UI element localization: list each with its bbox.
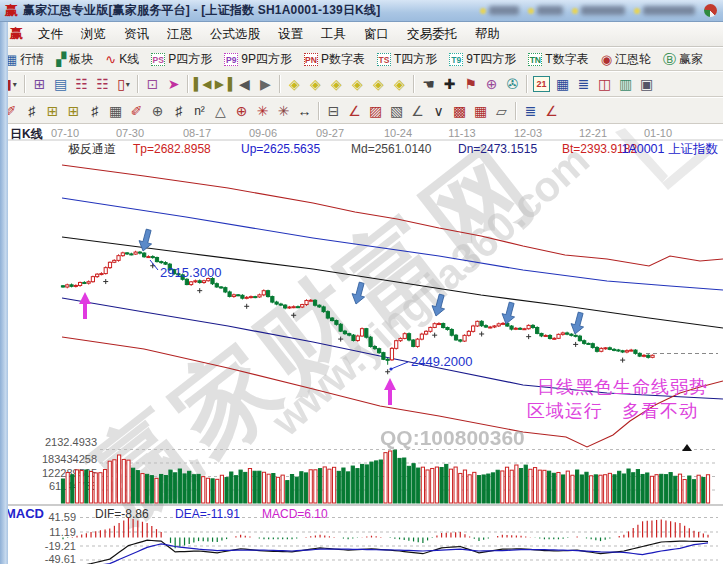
dense-grid-icon[interactable]: ▩ — [449, 101, 470, 121]
titlebar-blurred-item — [572, 6, 625, 15]
t-number-table-button-icon: TN — [528, 53, 542, 66]
menu-item-gann[interactable]: 江恩 — [158, 23, 201, 46]
toolbar-separator — [24, 75, 26, 93]
thin-candle-icon[interactable]: ▯▾ — [113, 74, 134, 94]
calendar-21-icon[interactable]: 21 — [531, 74, 552, 94]
prev-bar-icon[interactable]: ◀ — [234, 74, 255, 94]
p-square-button[interactable]: PSP四方形 — [146, 50, 217, 69]
sectors-button-icon: ▞ — [56, 53, 66, 66]
hand-tool-icon[interactable]: ☚ — [418, 74, 439, 94]
last-page-icon[interactable]: ▶▐ — [213, 74, 234, 94]
toolbar-separator — [318, 102, 320, 120]
macd-axis-label: -49.61 — [45, 553, 76, 564]
date-tick-label: 09-06 — [249, 127, 277, 139]
volume-axis-label: 183434258 — [42, 453, 97, 465]
compress-h-icon[interactable]: ◈ — [326, 74, 347, 94]
small-brush-icon[interactable]: ✐ — [126, 101, 147, 121]
angle-lines-icon[interactable]: ∠ — [407, 101, 428, 121]
first-page-icon[interactable]: ▌◀ — [192, 74, 213, 94]
box-tool-icon[interactable]: ⊟ — [323, 101, 344, 121]
dense-grid2-icon[interactable]: ▦ — [470, 101, 491, 121]
winner-seq-button[interactable]: Ⓑ赢家 — [658, 50, 708, 69]
p-number-table-button[interactable]: PNP数字表 — [299, 50, 370, 69]
title-bar: 赢 赢家江恩专业版[赢家服务平台] - [上证指数 SH1A0001-139日K… — [0, 0, 723, 22]
menu-item-news[interactable]: 资讯 — [115, 23, 158, 46]
volume-chart-icon[interactable]: ☷ — [71, 74, 92, 94]
fan-square-icon[interactable]: ▧ — [386, 101, 407, 121]
pattern-box-icon[interactable]: ⊕ — [481, 74, 502, 94]
hash-grid-icon[interactable]: ♯ — [168, 101, 189, 121]
t-square-button-icon: TS — [377, 53, 391, 66]
dynamic-chart-icon[interactable]: ⊞ — [29, 74, 50, 94]
macd-label: DEA=-11.91 — [175, 507, 240, 521]
titlebar-blurred-item — [480, 6, 519, 15]
price-grid-icon[interactable]: ♯ — [84, 101, 105, 121]
time-grid-icon[interactable]: ▦ — [105, 101, 126, 121]
notes-icon[interactable]: ≣ — [573, 74, 594, 94]
nine-t-square-button-icon: T9 — [449, 53, 463, 66]
macd-label: DIF=-8.86 — [95, 507, 149, 521]
price-time-grid-icon[interactable]: ♯ — [21, 101, 42, 121]
navigation-toolbar: ▮▾⊞▤☷☷▯▾⊡➤▌◀▶▐◀▶◈◈◈◈◈◈☚✚⚑⊕✇21▦≣◫▥▣ — [0, 71, 723, 97]
zoom-in-icon[interactable]: ◈ — [305, 74, 326, 94]
p-number-table-button-icon: PN — [304, 53, 318, 66]
zoom-out-icon[interactable]: ◈ — [284, 74, 305, 94]
expand-v-icon[interactable]: ◈ — [389, 74, 410, 94]
gann-web-icon[interactable]: ✳ — [252, 101, 273, 121]
price-axis-label: 2132.4933 — [45, 436, 97, 448]
menu-item-window[interactable]: 窗口 — [355, 23, 398, 46]
indicator-chart-icon[interactable]: ☷ — [92, 74, 113, 94]
vee-lines-icon[interactable]: ∨ — [428, 101, 449, 121]
indicator-value-label: 极反通道 — [68, 142, 116, 156]
gann-web-small-icon[interactable]: ✇ — [502, 74, 523, 94]
list-view-icon[interactable]: ≣ — [520, 101, 541, 121]
save-icon[interactable]: ◫ — [594, 74, 615, 94]
pattern-select-icon[interactable]: ⊡ — [142, 74, 163, 94]
trend-arrow-icon[interactable]: ➤ — [163, 74, 184, 94]
titlebar-item-dot-icon — [480, 8, 486, 14]
mark-flag-icon[interactable]: ⚑ — [460, 74, 481, 94]
nine-t-square-button[interactable]: T99T四方形 — [444, 50, 521, 69]
kline-button[interactable]: ∿K线 — [100, 50, 144, 69]
triangle-ruler-icon[interactable]: △ — [210, 101, 231, 121]
t-square-button[interactable]: TST四方形 — [372, 50, 442, 69]
slope-line-icon[interactable]: ∠ — [541, 101, 562, 121]
span-tool-icon[interactable]: ↔ — [294, 101, 315, 121]
menu-item-trade[interactable]: 交易委托 — [398, 23, 466, 46]
window-left-frame — [0, 22, 8, 564]
sectors-button[interactable]: ▞板块 — [51, 50, 98, 69]
t-number-table-button[interactable]: TNT数字表 — [523, 50, 593, 69]
nine-p-square-button[interactable]: P99P四方形 — [219, 50, 297, 69]
expand-h-icon[interactable]: ◈ — [347, 74, 368, 94]
gann-target-icon[interactable]: ⊕ — [231, 101, 252, 121]
compress-v-icon[interactable]: ◈ — [368, 74, 389, 94]
menu-item-file[interactable]: 文件 — [29, 23, 72, 46]
menu-item-settings[interactable]: 设置 — [269, 23, 312, 46]
circle-grid-icon[interactable]: ⊕ — [147, 101, 168, 121]
gold-grid2-icon[interactable]: ⊞ — [63, 101, 84, 121]
parallel-lines-icon[interactable]: ▱ — [491, 101, 512, 121]
calculator-icon[interactable]: ▦ — [552, 74, 573, 94]
low-price-label: 2449.2000 — [411, 354, 472, 369]
menu-item-browse[interactable]: 浏览 — [72, 23, 115, 46]
indicator-value-label: Md=2561.0140 — [351, 142, 432, 156]
workstation-icon[interactable]: ▣ — [636, 74, 657, 94]
titlebar-item-dot-icon — [572, 8, 578, 14]
fan-box-icon[interactable]: ▨ — [365, 101, 386, 121]
crosshair-icon[interactable]: ✚ — [439, 74, 460, 94]
kline-chart-svg[interactable]: 赢家财富网www.yingjia360.com日K线07-1007-3008-1… — [0, 124, 723, 564]
f10-report-icon[interactable]: ▤ — [50, 74, 71, 94]
export-icon[interactable]: ▥ — [615, 74, 636, 94]
kline-chart-area[interactable]: 赢家财富网www.yingjia360.com日K线07-1007-3008-1… — [0, 124, 723, 564]
fan-lines-icon[interactable]: ∠ — [344, 101, 365, 121]
nine-p-square-button-icon: P9 — [224, 53, 238, 66]
menu-item-formula-pick[interactable]: 公式选股 — [201, 23, 269, 46]
gann-web2-icon[interactable]: ✳ — [273, 101, 294, 121]
n2-grid-icon[interactable]: n² — [189, 101, 210, 121]
menu-item-tools[interactable]: 工具 — [312, 23, 355, 46]
gann-wheel-button[interactable]: ◉江恩轮 — [596, 50, 656, 69]
gold-grid-icon[interactable]: ⊞ — [42, 101, 63, 121]
menu-item-help[interactable]: 帮助 — [466, 23, 509, 46]
toolbar-separator — [279, 75, 281, 93]
next-bar-icon[interactable]: ▶ — [255, 74, 276, 94]
